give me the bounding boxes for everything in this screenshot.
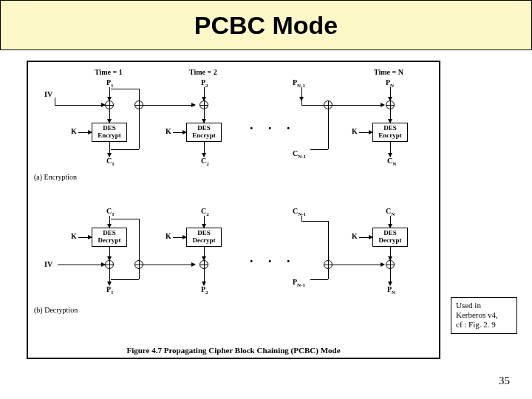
line — [109, 247, 110, 260]
diagram-frame: Time = 1 Time = 2 Time = N P1 P2 PN-1 PN… — [27, 61, 440, 359]
k-label: K — [352, 127, 358, 135]
note-line: Kerberos v4, — [456, 310, 512, 320]
line — [204, 269, 205, 285]
line — [55, 105, 105, 106]
line — [173, 237, 186, 238]
line — [78, 132, 92, 133]
line — [109, 109, 110, 123]
xor-icon — [324, 260, 332, 269]
line — [58, 265, 105, 265]
line — [143, 265, 195, 265]
line — [332, 105, 384, 106]
k-label: K — [352, 232, 358, 240]
k-label: K — [71, 127, 77, 135]
cn1-dec-label: CN-1 — [293, 207, 306, 217]
c1-label: C1 — [106, 157, 115, 167]
note-line: cf : Fig. 2. 9 — [456, 320, 512, 330]
line — [359, 132, 372, 133]
line — [139, 109, 140, 149]
line — [111, 149, 139, 150]
line — [109, 142, 110, 157]
time-2-label: Time = 2 — [189, 68, 217, 76]
xor-icon — [324, 100, 332, 109]
note-box: Used in Kerberos v4, cf : Fig. 2. 9 — [451, 297, 517, 334]
xor-icon — [105, 100, 114, 109]
line — [204, 247, 205, 260]
des-encrypt-box: DESEncrypt — [372, 123, 408, 142]
line — [301, 216, 302, 221]
line — [173, 132, 186, 133]
line — [78, 237, 92, 238]
des-encrypt-box: DESEncrypt — [92, 123, 127, 142]
p2-dec-label: P2 — [201, 285, 208, 296]
xor-icon — [134, 100, 143, 109]
k-label: K — [166, 127, 171, 135]
des-decrypt-box: DESDecrypt — [92, 228, 127, 247]
line — [204, 142, 205, 157]
xor-icon — [386, 100, 395, 109]
line — [139, 219, 140, 260]
c2-label: C2 — [201, 157, 209, 167]
note-line: Used in — [456, 301, 512, 310]
k-label: K — [71, 232, 77, 240]
xor-icon — [200, 100, 208, 109]
line — [390, 87, 391, 100]
line — [301, 100, 302, 106]
iv-enc-label: IV — [44, 90, 52, 98]
line — [111, 219, 139, 219]
cn-label: CN — [387, 157, 396, 167]
pn1-dec-label: PN-1 — [293, 278, 305, 288]
xor-icon — [105, 260, 114, 269]
line — [109, 269, 110, 285]
line — [390, 109, 391, 123]
slide-number: 35 — [499, 375, 510, 387]
time-1-label: Time = 1 — [95, 68, 123, 76]
line — [328, 269, 329, 279]
pn1-label: PN-1 — [293, 78, 305, 89]
title-bar: PCBC Mode — [0, 0, 532, 50]
enc-section-label: (a) Encryption — [34, 173, 77, 181]
diagram: Time = 1 Time = 2 Time = N P1 P2 PN-1 PN… — [28, 62, 439, 358]
des-encrypt-box: DESEncrypt — [186, 123, 222, 142]
line — [139, 269, 140, 279]
time-n-label: Time = N — [374, 68, 403, 76]
line — [301, 221, 328, 222]
line — [204, 109, 205, 123]
line — [390, 247, 391, 260]
line — [143, 105, 195, 106]
c1-dec-label: C1 — [106, 207, 115, 217]
line — [301, 105, 324, 106]
xor-icon — [200, 260, 208, 269]
line — [390, 142, 391, 157]
pn-dec-label: PN — [387, 285, 395, 296]
line — [204, 87, 205, 100]
line — [390, 216, 391, 228]
des-decrypt-box: DESDecrypt — [186, 228, 222, 247]
line — [328, 109, 329, 149]
cn1-label: CN-1 — [293, 149, 306, 160]
line — [359, 237, 372, 238]
line — [310, 279, 328, 280]
xor-icon — [134, 260, 143, 269]
ellipsis: · · · — [250, 254, 296, 270]
slide-title: PCBC Mode — [194, 11, 338, 40]
line — [332, 265, 384, 265]
ellipsis: · · · — [250, 121, 296, 137]
line — [109, 87, 110, 100]
p1-dec-label: P1 — [106, 285, 114, 296]
line — [111, 279, 139, 280]
line — [55, 98, 55, 106]
k-label: K — [166, 232, 171, 240]
line — [109, 216, 110, 228]
c2-dec-label: C2 — [201, 207, 209, 217]
line — [301, 87, 302, 100]
line — [310, 149, 328, 150]
line — [328, 221, 329, 260]
dec-section-label: (b) Decryption — [34, 306, 78, 314]
des-decrypt-box: DESDecrypt — [372, 228, 408, 247]
line — [111, 89, 139, 89]
iv-dec-label: IV — [44, 260, 52, 268]
figure-caption: Figure 4.7 Propagating Cipher Block Chai… — [28, 346, 439, 355]
line — [204, 216, 205, 228]
line — [390, 269, 391, 285]
